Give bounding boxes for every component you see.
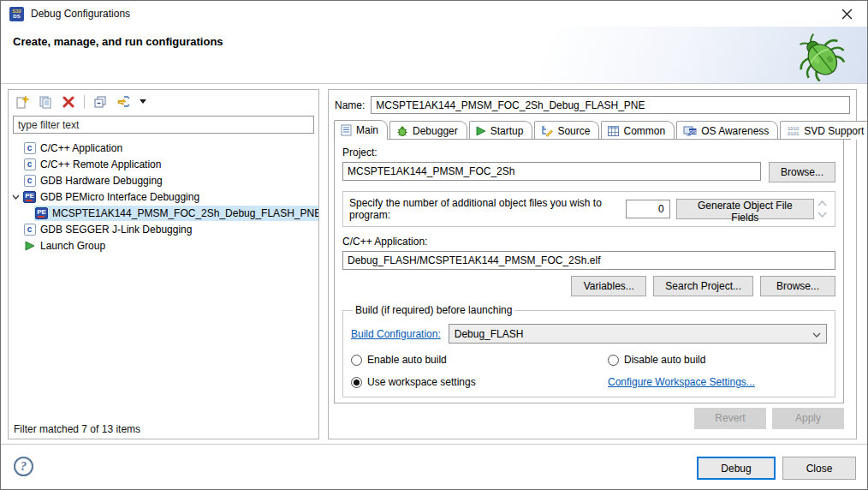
header-banner: Create, manage, and run configurations (1, 27, 867, 84)
build-configuration-link[interactable]: Build Configuration: (351, 328, 441, 340)
tab-source-icon (541, 125, 553, 137)
build-before-launch-group: Build (if required) before launching Bui… (342, 304, 835, 397)
project-input[interactable] (342, 162, 761, 181)
pemicro-icon: PE (23, 190, 36, 203)
c-cpp-icon: c (23, 174, 36, 187)
dialog-footer: ? Debug Close (1, 444, 868, 490)
tree-item-cpp-remote-application[interactable]: c C/C++ Remote Application (9, 156, 318, 172)
object-files-label: Specify the number of additional object … (349, 197, 620, 221)
tab-startup-icon (476, 126, 486, 136)
tree-item-gdb-segger[interactable]: c GDB SEGGER J-Link Debugging (9, 221, 318, 237)
launch-group-icon (23, 239, 36, 252)
duplicate-configuration-button[interactable] (37, 93, 54, 111)
name-input[interactable] (371, 96, 850, 114)
window-title: Debug Configurations (31, 8, 130, 20)
project-browse-button[interactable]: Browse... (769, 162, 835, 182)
debug-bug-image (794, 28, 848, 84)
tree-item-gdb-hardware-debugging[interactable]: c GDB Hardware Debugging (9, 172, 318, 188)
filter-status-text: Filter matched 7 of 13 items (9, 420, 318, 439)
radio-selected-icon (351, 377, 362, 388)
filter-input[interactable] (13, 116, 314, 134)
delete-configuration-button[interactable] (60, 93, 77, 111)
configurations-tree: c C/C++ Application c C/C++ Remote Appli… (9, 135, 318, 420)
help-icon[interactable]: ? (14, 457, 33, 476)
variables-button[interactable]: Variables... (571, 276, 646, 296)
name-label: Name: (335, 99, 365, 111)
debug-button[interactable]: Debug (697, 457, 776, 480)
build-configuration-select[interactable]: Debug_FLASH (449, 324, 827, 344)
enable-auto-build-radio[interactable]: Enable auto build (351, 354, 608, 366)
dialog-body: c C/C++ Application c C/C++ Remote Appli… (1, 85, 868, 444)
disable-auto-build-radio[interactable]: Disable auto build (608, 354, 827, 366)
close-button[interactable]: Close (782, 457, 856, 480)
tab-main-content: Project: Browse... Specify the number of… (334, 140, 844, 403)
app-browse-button[interactable]: Browse... (760, 276, 835, 296)
object-files-group: Specify the number of additional object … (342, 191, 835, 227)
c-cpp-icon: c (23, 223, 36, 236)
pemicro-icon: PE (35, 206, 48, 219)
c-cpp-icon: c (23, 158, 36, 170)
object-files-count-input[interactable] (626, 200, 670, 218)
collapse-all-button[interactable] (92, 93, 109, 111)
config-tabbar: Main Debugger Startup Source Common (334, 120, 851, 140)
cpp-application-label: C/C++ Application: (342, 236, 835, 248)
tree-item-gdb-pemicro[interactable]: PE GDB PEMicro Interface Debugging (9, 188, 318, 205)
chevron-down-icon (812, 328, 821, 340)
use-workspace-settings-radio[interactable]: Use workspace settings (351, 376, 608, 388)
search-project-button[interactable]: Search Project... (653, 276, 753, 296)
tab-os-awareness[interactable]: OS OS Awareness (676, 121, 778, 140)
tab-svd-support[interactable]: 10100101 SVD Support (780, 121, 868, 140)
spin-up-icon[interactable] (817, 200, 827, 206)
expander-chevron-icon[interactable] (9, 194, 22, 200)
tree-item-cpp-application[interactable]: c C/C++ Application (9, 140, 318, 156)
toolbar-separator (84, 95, 85, 109)
tab-main-icon (341, 124, 352, 136)
group-spinner (814, 200, 831, 218)
tab-startup[interactable]: Startup (469, 121, 533, 140)
page-title: Create, manage, and run configurations (13, 35, 223, 48)
svg-text:0101: 0101 (788, 131, 800, 136)
build-group-legend: Build (if required) before launching (353, 304, 514, 316)
c-cpp-icon: c (23, 141, 36, 154)
radio-icon (351, 355, 362, 366)
configure-workspace-settings-link[interactable]: Configure Workspace Settings... (608, 376, 755, 388)
revert-apply-row: Revert Apply (334, 403, 851, 433)
filter-configurations-button[interactable] (115, 93, 132, 111)
tab-os-awareness-icon: OS (683, 125, 697, 137)
tab-debugger-icon (396, 125, 408, 137)
generate-object-file-fields-button[interactable]: Generate Object File Fields (676, 199, 814, 219)
svg-text:OS: OS (689, 128, 697, 134)
tab-main[interactable]: Main (334, 120, 388, 140)
toolbar-menu-button[interactable] (138, 93, 148, 111)
tab-source[interactable]: Source (534, 121, 599, 140)
tab-debugger[interactable]: Debugger (389, 121, 467, 140)
apply-button[interactable]: Apply (772, 408, 844, 429)
debug-configurations-dialog: S32DS Debug Configurations Create, manag… (0, 0, 868, 490)
configurations-toolbar (9, 90, 318, 113)
tab-common[interactable]: Common (601, 121, 675, 140)
revert-button[interactable]: Revert (694, 408, 766, 429)
configuration-detail-panel: Name: Main Debugger Startup S (328, 89, 857, 439)
spin-down-icon[interactable] (817, 212, 827, 218)
tab-svd-support-icon: 10100101 (787, 125, 800, 136)
titlebar: S32DS Debug Configurations (1, 1, 867, 27)
close-icon[interactable] (835, 3, 859, 24)
filter-field-wrap (13, 116, 314, 134)
radio-icon (608, 355, 619, 366)
tree-item-launch-group[interactable]: Launch Group (9, 237, 318, 254)
new-configuration-button[interactable] (14, 93, 31, 111)
configurations-panel: c C/C++ Application c C/C++ Remote Appli… (8, 89, 319, 439)
cpp-application-input[interactable] (342, 251, 835, 270)
project-label: Project: (342, 146, 835, 158)
tab-common-icon (608, 126, 619, 136)
app-icon: S32DS (9, 7, 24, 21)
tree-item-selected-configuration[interactable]: PE MCSPTE1AK144_PMSM_FOC_2Sh_Debug_FLASH… (9, 205, 318, 221)
